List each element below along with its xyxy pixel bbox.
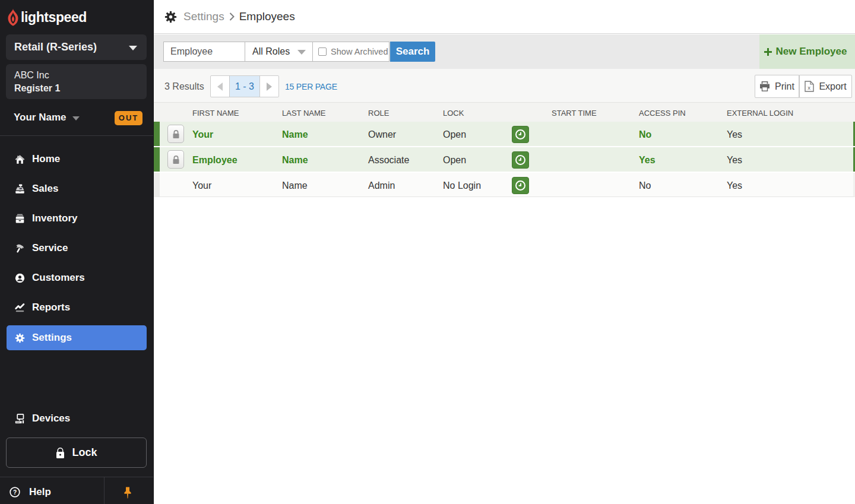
svg-text:x: x	[808, 84, 811, 91]
svg-text:?: ?	[13, 489, 17, 496]
